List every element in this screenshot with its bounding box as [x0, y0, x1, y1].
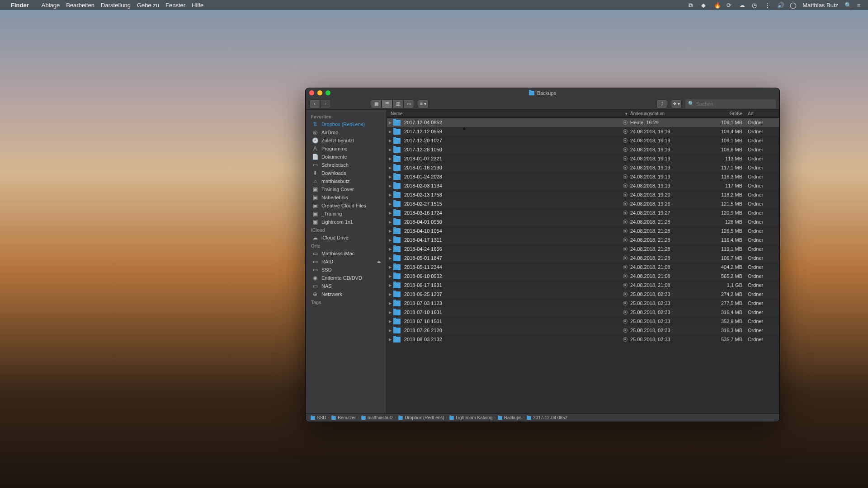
file-row[interactable]: ▶2018-02-13 175824.08.2018, 19:20118,2 M…: [387, 190, 779, 199]
disclosure-triangle-icon[interactable]: ▶: [387, 238, 393, 242]
file-row[interactable]: ▶2018-04-10 105424.08.2018, 21:28126,5 M…: [387, 226, 779, 235]
dropbox-icon[interactable]: ◆: [701, 2, 708, 8]
file-row[interactable]: ▶2017-12-20 102724.08.2018, 19:19109,1 M…: [387, 136, 779, 145]
disclosure-triangle-icon[interactable]: ▶: [387, 157, 393, 161]
file-row[interactable]: ▶2018-05-01 184724.08.2018, 21:28106,7 M…: [387, 253, 779, 263]
disclosure-triangle-icon[interactable]: ▶: [387, 184, 393, 188]
file-row[interactable]: ▶2018-06-17 193124.08.2018, 21:081,1 GBO…: [387, 281, 779, 290]
path-segment[interactable]: 2017-12-04 0852: [526, 415, 567, 420]
disclosure-triangle-icon[interactable]: ▶: [387, 265, 393, 269]
view-gallery-button[interactable]: ▭: [403, 99, 414, 108]
disclosure-triangle-icon[interactable]: ▶: [387, 247, 393, 251]
minimize-button[interactable]: [317, 90, 322, 95]
menu-gehe zu[interactable]: Gehe zu: [137, 2, 159, 9]
view-list-button[interactable]: ☰: [382, 99, 392, 108]
file-row[interactable]: ▶2018-04-17 131124.08.2018, 21:28116,4 M…: [387, 235, 779, 244]
path-segment[interactable]: Backups: [497, 415, 521, 420]
disclosure-triangle-icon[interactable]: ▶: [387, 130, 393, 134]
col-date[interactable]: Änderungsdatum: [630, 111, 707, 116]
eject-icon[interactable]: ⏏: [377, 259, 381, 264]
file-row[interactable]: ▶2018-01-24 202824.08.2018, 19:19116,3 M…: [387, 172, 779, 181]
file-rows[interactable]: ▶2017-12-04 0852Heute, 16:29109,1 MBOrdn…: [387, 118, 779, 413]
group-by-button[interactable]: ≡ ▾: [418, 99, 429, 108]
disclosure-triangle-icon[interactable]: ▶: [387, 202, 393, 206]
sidebar-item[interactable]: ☁iCloud Drive: [306, 234, 387, 242]
menu-bearbeiten[interactable]: Bearbeiten: [66, 2, 94, 9]
sidebar-item[interactable]: ⌂matthiasbutz: [306, 177, 387, 185]
disclosure-triangle-icon[interactable]: ▶: [387, 220, 393, 224]
disclosure-triangle-icon[interactable]: ▶: [387, 175, 393, 179]
disclosure-triangle-icon[interactable]: ▶: [387, 319, 393, 324]
file-row[interactable]: ▶2018-07-18 150125.08.2018, 02:33352,9 M…: [387, 317, 779, 326]
search-input[interactable]: [696, 101, 773, 107]
sidebar-item[interactable]: ▭SSD: [306, 266, 387, 274]
share-button[interactable]: ⤴: [656, 99, 667, 108]
sync-icon[interactable]: ⟳: [726, 2, 733, 8]
sidebar-item[interactable]: ▭Matthiass iMac: [306, 249, 387, 258]
file-row[interactable]: ▶2018-01-07 232124.08.2018, 19:19113 MBO…: [387, 154, 779, 163]
path-segment[interactable]: Dropbox (RedLens): [398, 415, 444, 420]
file-row[interactable]: ▶2018-07-26 212025.08.2018, 02:33316,3 M…: [387, 326, 779, 335]
screenrec-icon[interactable]: ⧉: [689, 2, 695, 8]
sidebar-item[interactable]: 🕘Zuletzt benutzt: [306, 136, 387, 145]
disclosure-triangle-icon[interactable]: ▶: [387, 121, 393, 125]
file-row[interactable]: ▶2018-06-10 093224.08.2018, 21:08565,2 M…: [387, 272, 779, 281]
col-kind[interactable]: Art: [748, 111, 775, 116]
file-row[interactable]: ▶2018-02-27 151524.08.2018, 19:26121,5 M…: [387, 199, 779, 208]
disclosure-triangle-icon[interactable]: ▶: [387, 211, 393, 215]
timemachine-icon[interactable]: ◷: [752, 2, 758, 8]
app-menu[interactable]: Finder: [11, 2, 29, 9]
file-row[interactable]: ▶2018-07-03 112325.08.2018, 02:33277,5 M…: [387, 299, 779, 308]
zoom-button[interactable]: [326, 90, 330, 95]
disclosure-triangle-icon[interactable]: ▶: [387, 148, 393, 152]
disclosure-triangle-icon[interactable]: ▶: [387, 301, 393, 305]
sidebar-item[interactable]: ◉Entfernte CD/DVD: [306, 274, 387, 282]
notifications-icon[interactable]: ≡: [857, 2, 863, 8]
file-row[interactable]: ▶2018-01-16 213024.08.2018, 19:19117,1 M…: [387, 163, 779, 172]
dropbox-button[interactable]: ❖ ▾: [671, 99, 682, 108]
sidebar-item[interactable]: 📄Dokumente: [306, 153, 387, 161]
disclosure-triangle-icon[interactable]: ▶: [387, 274, 393, 278]
forward-button[interactable]: ›: [320, 99, 331, 108]
disclosure-triangle-icon[interactable]: ▶: [387, 292, 393, 296]
back-button[interactable]: ‹: [309, 99, 320, 108]
file-row[interactable]: ▶2018-03-16 172424.08.2018, 19:27120,9 M…: [387, 208, 779, 217]
sidebar-item[interactable]: ⬇Downloads: [306, 169, 387, 177]
menu-ablage[interactable]: Ablage: [42, 2, 60, 9]
menu-darstellung[interactable]: Darstellung: [101, 2, 131, 9]
username-label[interactable]: Matthias Butz: [802, 2, 838, 9]
file-row[interactable]: ▶2018-05-11 234424.08.2018, 21:08404,2 M…: [387, 263, 779, 272]
col-size[interactable]: Größe: [707, 111, 748, 116]
sidebar-item[interactable]: ◎AirDrop: [306, 128, 387, 136]
file-row[interactable]: ▶2018-04-01 095024.08.2018, 21:28128 MBO…: [387, 217, 779, 226]
disclosure-triangle-icon[interactable]: ▶: [387, 256, 393, 260]
disclosure-triangle-icon[interactable]: ▶: [387, 328, 393, 333]
volume-icon[interactable]: 🔊: [777, 2, 783, 8]
search-field[interactable]: 🔍: [685, 99, 776, 108]
file-row[interactable]: ▶2017-12-28 105024.08.2018, 19:19108,8 M…: [387, 145, 779, 154]
cloud-icon[interactable]: ☁: [739, 2, 745, 8]
sidebar-item[interactable]: AProgramme: [306, 145, 387, 153]
sidebar-item[interactable]: ▣Creative Cloud Files: [306, 202, 387, 210]
flame-icon[interactable]: 🔥: [714, 2, 720, 8]
disclosure-triangle-icon[interactable]: ▶: [387, 139, 393, 143]
menu-hilfe[interactable]: Hilfe: [192, 2, 203, 9]
sidebar-item[interactable]: ▣_Training: [306, 210, 387, 218]
col-name[interactable]: Name: [387, 111, 617, 116]
sidebar-item[interactable]: ▣Näherlebnis: [306, 193, 387, 202]
disclosure-triangle-icon[interactable]: ▶: [387, 310, 393, 314]
sidebar-item[interactable]: ▣Training Cover: [306, 185, 387, 193]
file-row[interactable]: ▶2018-06-25 120725.08.2018, 02:33274,2 M…: [387, 290, 779, 299]
user-icon[interactable]: ◯: [790, 2, 796, 8]
view-column-button[interactable]: ▥: [392, 99, 403, 108]
menu-fenster[interactable]: Fenster: [165, 2, 185, 9]
sidebar-item[interactable]: ⊕Netzwerk: [306, 290, 387, 298]
disclosure-triangle-icon[interactable]: ▶: [387, 283, 393, 287]
disclosure-triangle-icon[interactable]: ▶: [387, 166, 393, 170]
file-row[interactable]: ▶2018-08-03 213225.08.2018, 02:33535,7 M…: [387, 335, 779, 344]
col-sync[interactable]: ▾: [617, 112, 630, 116]
disclosure-triangle-icon[interactable]: ▶: [387, 338, 393, 342]
file-row[interactable]: ▶2018-07-10 163125.08.2018, 02:33316,4 M…: [387, 308, 779, 317]
sidebar-item[interactable]: ▭NAS: [306, 282, 387, 290]
view-icon-button[interactable]: ▦: [371, 99, 382, 108]
